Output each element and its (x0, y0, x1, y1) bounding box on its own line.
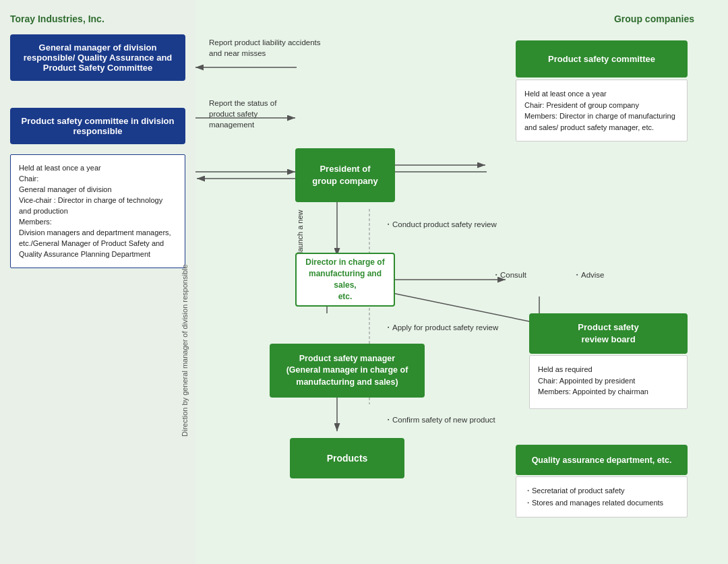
president-box: President of group company (295, 148, 395, 202)
manager-box: Product safety manager (General manager … (270, 344, 425, 398)
product-safety-committee-division-box: Product safety committee in division res… (10, 108, 185, 144)
product-safety-committee-division-detail: Held at least once a yearChair:General m… (10, 154, 185, 268)
diagram-container: Toray Industries, Inc. General manager o… (0, 0, 728, 564)
quality-dept-detail: ・Secretariat of product safety・Stores an… (516, 476, 688, 518)
report-liability-label: Report product liability accidentsand ne… (209, 37, 321, 59)
report-status-label: Report the status ofproduct safetymanage… (209, 98, 276, 130)
advise-label: ・Advise (573, 270, 605, 280)
svg-line-13 (376, 290, 539, 323)
quality-dept-box: Quality assurance department, etc. (516, 445, 688, 475)
main-area: Group companies Report product liability… (195, 0, 728, 564)
general-manager-box: General manager of division responsible/… (10, 34, 185, 81)
group-companies-title: Group companies (614, 13, 694, 24)
toray-title: Toray Industries, Inc. (10, 13, 185, 24)
consult-label: ・Consult (492, 270, 526, 280)
conduct-review-label: ・Conduct product safety review (384, 219, 497, 230)
apply-review-label: ・Apply for product safety review (384, 322, 498, 333)
review-board-box: Product safety review board (529, 313, 688, 354)
director-box: Director in charge of manufacturing and … (295, 253, 395, 307)
confirm-safety-label: ・Confirm safety of new product (384, 414, 495, 425)
product-safety-committee-detail: Held at least once a yearChair: Presiden… (516, 80, 688, 142)
product-safety-committee-box: Product safety committee (516, 40, 688, 77)
review-board-detail: Held as requiredChair: Appointed by pres… (529, 355, 688, 409)
direction-label: Direction by general manager of division… (181, 249, 189, 451)
products-box: Products (290, 438, 404, 478)
left-panel: Toray Industries, Inc. General manager o… (0, 0, 195, 564)
